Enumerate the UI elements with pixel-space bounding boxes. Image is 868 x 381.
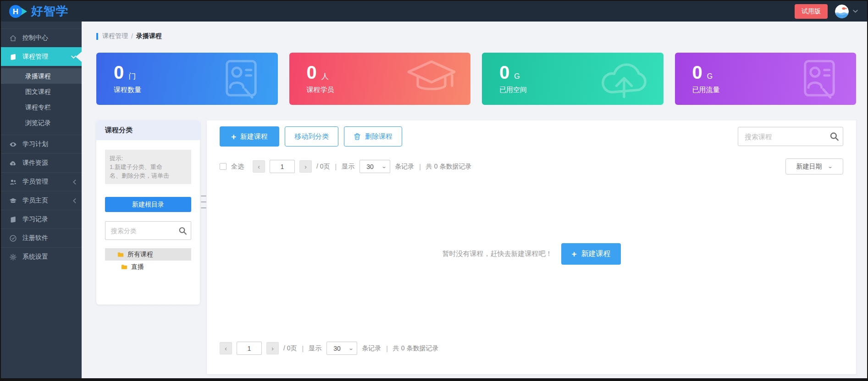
empty-state-message: 暂时没有课程，赶快去新建课程吧！ xyxy=(442,250,552,258)
chevron-down-icon: ⌄ xyxy=(381,163,387,169)
tree-item-label: 所有课程 xyxy=(127,250,153,259)
app-logo: H xyxy=(8,4,28,19)
total-records-label: 共 0 条数据记录 xyxy=(426,163,472,171)
search-icon[interactable] xyxy=(178,226,187,235)
stat-card-used-traffic: 0 G 已用流量 xyxy=(675,53,857,105)
stat-card-course-count: 0 门 课程数量 xyxy=(96,53,278,105)
tip-line: 名、删除分类，请单击 xyxy=(110,171,187,180)
app-window: H 好智学 试用版 xyxy=(0,0,868,381)
sort-by-date-select[interactable]: 新建日期 ⌄ xyxy=(785,158,843,174)
sidebar-item-course-management[interactable]: 课程管理 xyxy=(1,47,82,66)
sidebar-item-label: 学员管理 xyxy=(22,178,73,186)
prev-page-button[interactable]: ‹ xyxy=(253,160,265,173)
pagination-bottom: ‹ › / 0页 | 显示 30 ⌄ 条记录 | 共 0 条数据记录 xyxy=(220,342,843,355)
page-number-input[interactable] xyxy=(270,160,295,173)
chevron-down-icon: ⌄ xyxy=(828,163,833,169)
stat-unit: 人 xyxy=(321,72,329,82)
course-toolbar: + 新建课程 移动到分类 删除课程 xyxy=(220,126,843,147)
top-header: H 好智学 试用版 xyxy=(1,1,867,22)
sidebar-item-study-plan[interactable]: 学习计划 xyxy=(1,135,82,153)
trash-icon xyxy=(354,133,361,140)
stat-unit: G xyxy=(707,72,713,81)
stat-label: 已用空间 xyxy=(499,86,527,94)
course-category-panel: 课程分类 提示: 1.新建子分类、重命 名、删除分类，请单击 新建根目录 xyxy=(96,120,200,305)
course-search-input[interactable] xyxy=(738,127,843,146)
next-page-button[interactable]: › xyxy=(299,160,312,173)
tree-item-live[interactable]: 直播 xyxy=(105,261,191,273)
panel-resize-handle[interactable] xyxy=(201,196,206,208)
sidebar-item-control-center[interactable]: 控制中心 xyxy=(1,28,82,47)
sidebar-item-label: 注册软件 xyxy=(22,234,76,242)
sidebar-item-register-software[interactable]: 注册软件 xyxy=(1,229,82,247)
stat-text: 0 人 课程学员 xyxy=(307,63,334,94)
breadcrumb-parent[interactable]: 课程管理 xyxy=(102,32,128,40)
sidebar-subitem-recorded-courses[interactable]: 录播课程 xyxy=(1,68,82,84)
sidebar-item-courseware-resources[interactable]: 课件资源 xyxy=(1,153,82,172)
tree-item-all-courses[interactable]: 所有课程 xyxy=(105,248,191,261)
cloud-upload-icon xyxy=(9,159,17,167)
empty-new-course-button[interactable]: + 新建课程 xyxy=(561,243,620,265)
stat-label: 课程数量 xyxy=(114,86,141,94)
stat-unit: G xyxy=(514,72,520,81)
user-menu-chevron-down-icon[interactable] xyxy=(853,10,858,13)
active-item-arrow-marker xyxy=(76,52,82,62)
gear-icon xyxy=(9,253,17,261)
page-total-label: / 0页 xyxy=(316,163,330,171)
certificate-badge-icon xyxy=(218,57,264,101)
search-icon[interactable] xyxy=(829,132,839,142)
plus-icon: + xyxy=(571,250,576,258)
folder-icon xyxy=(121,264,127,270)
breadcrumb-separator: / xyxy=(131,33,133,40)
stat-value: 0 xyxy=(692,63,702,82)
check-circle-icon xyxy=(9,234,17,242)
page-number-input[interactable] xyxy=(237,342,262,355)
sidebar-subitem-text-courses[interactable]: 图文课程 xyxy=(1,84,82,99)
new-root-directory-button[interactable]: 新建根目录 xyxy=(105,197,191,212)
tree-item-label: 直播 xyxy=(131,263,144,271)
sidebar-item-student-homepage[interactable]: 学员主页 xyxy=(1,191,82,210)
sidebar-item-label: 课件资源 xyxy=(22,159,76,167)
prev-page-button[interactable]: ‹ xyxy=(220,342,232,354)
book-icon xyxy=(9,216,17,223)
certificate-badge-icon xyxy=(796,57,842,101)
chevron-left-icon xyxy=(73,198,76,203)
svg-text:H: H xyxy=(13,7,18,16)
eye-icon xyxy=(9,141,17,148)
total-records-label: 共 0 条数据记录 xyxy=(393,344,439,353)
page-size-select[interactable]: 30 ⌄ xyxy=(359,160,390,173)
sidebar-item-system-settings[interactable]: 系统设置 xyxy=(1,247,82,266)
stat-card-course-students: 0 人 课程学员 xyxy=(289,53,471,105)
divider: | xyxy=(302,345,304,352)
sidebar-subitem-browse-history[interactable]: 浏览记录 xyxy=(1,115,82,131)
stat-card-used-space: 0 G 已用空间 xyxy=(482,53,663,105)
folder-icon xyxy=(117,252,124,257)
move-to-category-button[interactable]: 移动到分类 xyxy=(285,126,338,147)
show-label: 显示 xyxy=(342,163,354,171)
breadcrumb-current: 录播课程 xyxy=(136,32,162,40)
divider: | xyxy=(419,163,421,170)
stat-cards-row: 0 门 课程数量 0 人 课程学员 xyxy=(96,53,856,105)
trial-version-button[interactable]: 试用版 xyxy=(795,4,828,19)
sidebar-item-student-management[interactable]: 学员管理 xyxy=(1,172,82,191)
category-panel-title: 课程分类 xyxy=(96,120,200,140)
sidebar-nav: 控制中心 课程管理 录播课程 图文课程 课程专栏 浏览记录 xyxy=(1,22,82,378)
empty-state: 暂时没有课程，赶快去新建课程吧！ + 新建课程 xyxy=(220,243,843,265)
sidebar-item-study-records[interactable]: 学习记录 xyxy=(1,210,82,229)
stat-text: 0 G 已用空间 xyxy=(499,63,527,94)
course-submenu: 录播课程 图文课程 课程专栏 浏览记录 xyxy=(1,66,82,135)
user-avatar[interactable] xyxy=(835,5,849,18)
new-course-button[interactable]: + 新建课程 xyxy=(220,126,279,147)
select-all-checkbox[interactable] xyxy=(220,163,227,170)
sidebar-subitem-course-columns[interactable]: 课程专栏 xyxy=(1,99,82,115)
select-all-label: 全选 xyxy=(231,163,244,171)
stat-text: 0 G 已用流量 xyxy=(692,63,720,94)
next-page-button[interactable]: › xyxy=(266,342,279,354)
records-label: 条记录 xyxy=(362,344,381,353)
graduation-cap-icon xyxy=(9,197,17,205)
sidebar-item-label: 控制中心 xyxy=(22,34,76,42)
page-size-select[interactable]: 30 ⌄ xyxy=(326,342,357,355)
breadcrumb: 课程管理 / 录播课程 xyxy=(96,32,856,41)
delete-course-button[interactable]: 删除课程 xyxy=(344,126,402,147)
sidebar-item-label: 系统设置 xyxy=(22,253,76,261)
graduation-cap-icon xyxy=(406,58,457,99)
